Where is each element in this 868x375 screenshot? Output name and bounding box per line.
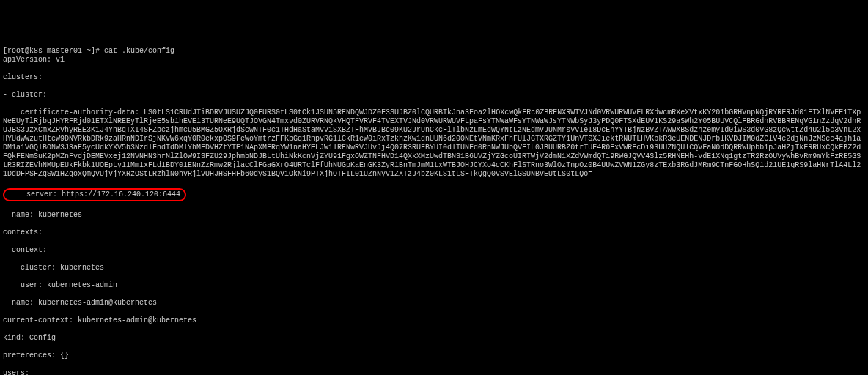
config-line: apiVersion: v1 bbox=[3, 56, 865, 64]
config-line: users: bbox=[3, 369, 865, 375]
config-line: - context: bbox=[3, 246, 865, 255]
config-line: name: kubernetes-admin@kubernetes bbox=[3, 299, 865, 308]
config-line: preferences: {} bbox=[3, 352, 865, 360]
config-line: current-context: kubernetes-admin@kubern… bbox=[3, 316, 865, 325]
config-line: clusters: bbox=[3, 73, 865, 82]
config-line: cluster: kubernetes bbox=[3, 264, 865, 272]
config-line: kind: Config bbox=[3, 334, 865, 343]
config-line: - cluster: bbox=[3, 91, 865, 100]
cert-auth-line: certificate-authority-data: LS0tLS1CRUdJ… bbox=[3, 108, 865, 179]
config-line: name: kubernetes bbox=[3, 211, 865, 220]
config-line: user: kubernetes-admin bbox=[3, 281, 865, 290]
config-line: contexts: bbox=[3, 229, 865, 237]
server-line-wrapper: server: https://172.16.240.120:6444 bbox=[3, 188, 865, 202]
shell-prompt: [root@k8s-master01 ~]# bbox=[3, 47, 104, 55]
command-text: cat .kube/config bbox=[104, 47, 174, 55]
server-url-highlight: server: https://172.16.240.120:6444 bbox=[3, 188, 186, 201]
terminal-output: [root@k8s-master01 ~]# cat .kube/config … bbox=[3, 38, 865, 375]
